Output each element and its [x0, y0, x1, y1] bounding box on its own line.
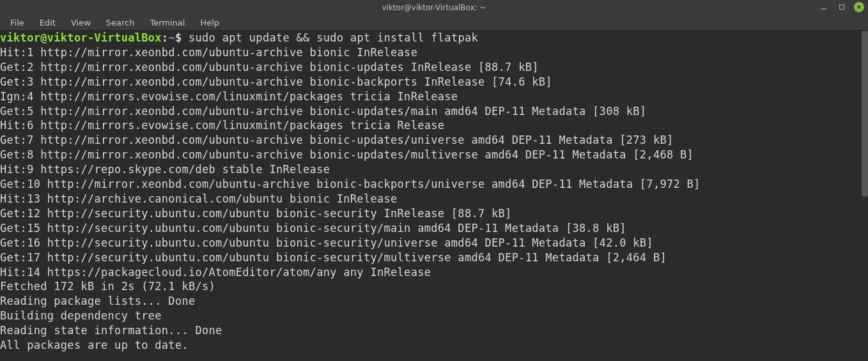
output-line: Get:15 http://security.ubuntu.com/ubuntu…: [0, 221, 868, 236]
output-line: Get:17 http://security.ubuntu.com/ubuntu…: [0, 250, 868, 265]
window-controls: [818, 1, 864, 13]
output-line: Fetched 172 kB in 2s (72.1 kB/s): [0, 279, 868, 294]
prompt-colon: :: [162, 31, 169, 44]
output-line: Get:3 http://mirror.xeonbd.com/ubuntu-ar…: [0, 75, 868, 89]
menu-help[interactable]: Help: [194, 17, 226, 29]
output-line: Ign:4 http://mirrors.evowise.com/linuxmi…: [0, 89, 868, 104]
output-line: Get:10 http://mirror.xeonbd.com/ubuntu-a…: [0, 177, 868, 192]
prompt-line: viktor@viktor-VirtualBox:~$ sudo apt upd…: [0, 31, 868, 45]
window-titlebar: viktor@viktor-VirtualBox: ~: [0, 0, 868, 15]
output-line: Hit:13 http://archive.canonical.com/ubun…: [0, 192, 868, 206]
window-title: viktor@viktor-VirtualBox: ~: [382, 3, 486, 12]
output-line: All packages are up to date.: [0, 338, 868, 353]
menu-terminal[interactable]: Terminal: [143, 17, 191, 29]
output-line: Hit:14 https://packagecloud.io/AtomEdito…: [0, 265, 868, 280]
prompt-symbol: $: [175, 31, 182, 44]
scrollbar-thumb[interactable]: [862, 31, 868, 197]
output-line: Get:12 http://security.ubuntu.com/ubuntu…: [0, 206, 868, 221]
menu-search[interactable]: Search: [100, 17, 141, 29]
menu-edit[interactable]: Edit: [33, 17, 62, 29]
menu-bar: File Edit View Search Terminal Help: [0, 15, 868, 31]
command-text: sudo apt update && sudo apt install flat…: [182, 31, 478, 44]
menu-view[interactable]: View: [65, 17, 97, 29]
output-line: Get:5 http://mirror.xeonbd.com/ubuntu-ar…: [0, 104, 868, 119]
output-line: Get:8 http://mirror.xeonbd.com/ubuntu-ar…: [0, 148, 868, 162]
output-line: Hit:6 http://mirrors.evowise.com/linuxmi…: [0, 118, 868, 133]
close-button[interactable]: [854, 2, 864, 12]
output-line: Reading state information... Done: [0, 323, 868, 338]
menu-file[interactable]: File: [4, 17, 31, 29]
svg-rect-1: [840, 5, 844, 10]
output-line: Building dependency tree: [0, 309, 868, 323]
output-line: Reading package lists... Done: [0, 294, 868, 309]
output-line: Get:7 http://mirror.xeonbd.com/ubuntu-ar…: [0, 133, 868, 148]
prompt-path: ~: [168, 31, 175, 44]
output-line: Hit:1 http://mirror.xeonbd.com/ubuntu-ar…: [0, 45, 868, 60]
prompt-user-host: viktor@viktor-VirtualBox: [0, 31, 162, 44]
output-line: Get:16 http://security.ubuntu.com/ubuntu…: [0, 236, 868, 250]
output-line: Get:2 http://mirror.xeonbd.com/ubuntu-ar…: [0, 60, 868, 75]
minimize-button[interactable]: [818, 1, 830, 13]
output-line: Hit:9 https://repo.skype.com/deb stable …: [0, 162, 868, 177]
maximize-button[interactable]: [836, 1, 848, 13]
terminal-content[interactable]: viktor@viktor-VirtualBox:~$ sudo apt upd…: [0, 31, 868, 353]
